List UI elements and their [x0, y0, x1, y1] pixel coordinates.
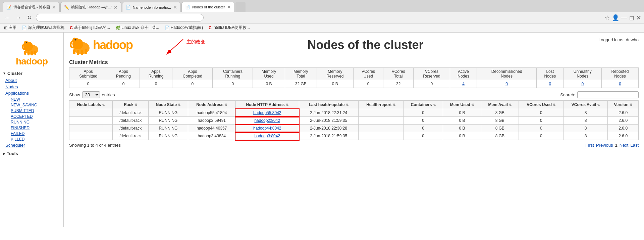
- pagination-first[interactable]: First: [586, 143, 594, 148]
- sidebar-item-accepted[interactable]: ACCEPTED: [3, 113, 63, 119]
- minimize-icon[interactable]: —: [621, 14, 627, 21]
- cell-http-address[interactable]: hadoop55:8042: [235, 109, 299, 117]
- forward-button[interactable]: →: [14, 14, 23, 21]
- nodes-link[interactable]: Nodes: [5, 84, 18, 89]
- app-submitted-link[interactable]: SUBMITTED: [11, 108, 34, 113]
- new-tab-button[interactable]: [235, 2, 246, 12]
- metric-value-vcores-reserved: 0: [414, 80, 450, 88]
- scheduler-link[interactable]: Scheduler: [5, 143, 25, 148]
- sort-icon[interactable]: ⇅: [224, 103, 227, 107]
- unhealthy-link[interactable]: 0: [581, 82, 584, 86]
- tab-blog[interactable]: 📝 博客后台管理 - 博客园 ✕: [3, 2, 60, 12]
- bookmark-apps[interactable]: ⊞ 应用: [3, 25, 18, 31]
- tab-edit[interactable]: ✏️ 编辑随笔 'Hadoop---析...' ✕: [60, 2, 121, 12]
- sidebar-item-submitted[interactable]: SUBMITTED: [3, 108, 63, 113]
- bookmark-hadoop[interactable]: 📄 Hadoop权威指南 (: [163, 25, 205, 31]
- pagination-previous[interactable]: Previous: [596, 143, 613, 148]
- metric-header-apps-submitted: AppsSubmitted: [69, 68, 107, 80]
- sidebar-cluster-header[interactable]: ▼ Cluster: [0, 69, 63, 77]
- sidebar-item-failed[interactable]: FAILED: [3, 131, 63, 136]
- sidebar-item-finished[interactable]: FINISHED: [3, 125, 63, 131]
- close-icon[interactable]: ✕: [636, 14, 641, 21]
- pagination-last[interactable]: Last: [630, 143, 639, 148]
- sidebar-item-new[interactable]: NEW: [3, 96, 63, 102]
- tab-close-icon[interactable]: ✕: [227, 4, 231, 10]
- cell-http-address[interactable]: hadoop44:8042: [235, 125, 299, 132]
- sort-icon[interactable]: ⇅: [286, 103, 288, 107]
- sort-icon[interactable]: ⇅: [597, 103, 600, 107]
- svg-rect-4: [28, 51, 30, 55]
- metric-value-decommissioned-nodes[interactable]: 0: [477, 80, 537, 88]
- http-address-link[interactable]: hadoop2:8042: [254, 118, 280, 123]
- tab-namenode[interactable]: 📄 Namenode informatio... ✕: [122, 2, 181, 12]
- tab-nodes[interactable]: 📄 Nodes of the cluster ✕: [181, 2, 235, 12]
- rebooted-link[interactable]: 0: [619, 82, 621, 86]
- metric-value-active-nodes[interactable]: 4: [450, 80, 477, 88]
- sort-icon[interactable]: ⇅: [553, 103, 555, 107]
- sort-icon[interactable]: ⇅: [433, 103, 436, 107]
- pagination-page1[interactable]: 1: [615, 143, 617, 148]
- page-wrap: hadoop ▼ Cluster About Nodes Application…: [0, 33, 644, 227]
- cluster-arrow-icon: ▼: [3, 71, 6, 75]
- search-input[interactable]: [577, 91, 639, 98]
- lost-link[interactable]: 0: [549, 82, 551, 86]
- sidebar-item-running[interactable]: RUNNING: [3, 119, 63, 125]
- pagination-next[interactable]: Next: [620, 143, 629, 148]
- http-address-link[interactable]: hadoop3:8042: [254, 134, 280, 138]
- entries-select[interactable]: 20 50 100: [82, 91, 100, 98]
- sidebar-item-killed[interactable]: KILLED: [3, 136, 63, 142]
- app-running-link[interactable]: RUNNING: [11, 120, 30, 125]
- bookmark-java[interactable]: 📄 深入理解Java虚拟机: [20, 25, 66, 31]
- app-failed-link[interactable]: FAILED: [11, 131, 24, 136]
- app-accepted-link[interactable]: ACCEPTED: [11, 114, 33, 119]
- metric-value-memory-used: 0 B: [253, 80, 285, 88]
- http-address-link[interactable]: hadoop55:8042: [253, 110, 281, 115]
- cell-mem-used: 0 B: [443, 109, 481, 117]
- bookmark-intellij2[interactable]: C IntelliJ IDEA使用教...: [207, 25, 251, 31]
- restore-icon[interactable]: ◻: [629, 14, 634, 21]
- tab-close-icon[interactable]: ✕: [52, 5, 56, 10]
- app-finished-link[interactable]: FINISHED: [11, 126, 30, 130]
- sort-icon[interactable]: ⇅: [102, 103, 105, 107]
- bookmark-intellij1[interactable]: C 基于Intellij IDEA的...: [68, 25, 111, 31]
- sidebar-item-applications[interactable]: Applications: [0, 90, 63, 96]
- bookmark-favicon: C: [209, 26, 212, 30]
- cell-http-address[interactable]: hadoop3:8042: [235, 132, 299, 140]
- app-new-saving-link[interactable]: NEW_SAVING: [11, 103, 37, 107]
- cell-containers: 0: [404, 117, 443, 125]
- sort-icon[interactable]: ⇅: [630, 103, 632, 107]
- bookmark-awk[interactable]: 🌿 Linux awk 命令 | 菜...: [114, 25, 160, 31]
- account-icon[interactable]: 👤: [612, 14, 619, 21]
- col-header-node-address: Node Address ⇅: [188, 101, 235, 109]
- metric-value-unhealthy-nodes[interactable]: 0: [564, 80, 601, 88]
- bookmark-label: Linux awk 命令 | 菜...: [121, 25, 159, 31]
- sort-icon[interactable]: ⇅: [135, 103, 137, 107]
- active-nodes-link[interactable]: 4: [462, 82, 465, 86]
- sort-icon[interactable]: ⇅: [178, 103, 180, 107]
- sidebar-item-scheduler[interactable]: Scheduler: [0, 142, 63, 148]
- sort-icon[interactable]: ⇅: [471, 103, 474, 107]
- cell-http-address[interactable]: hadoop2:8042: [235, 117, 299, 125]
- metric-value-lost-nodes[interactable]: 0: [536, 80, 564, 88]
- app-killed-link[interactable]: KILLED: [11, 137, 24, 142]
- app-new-link[interactable]: NEW: [11, 97, 20, 102]
- sort-icon[interactable]: ⇅: [509, 103, 512, 107]
- metric-value-rebooted-nodes[interactable]: 0: [601, 80, 638, 88]
- tab-close-icon[interactable]: ✕: [173, 5, 177, 10]
- applications-link[interactable]: Applications: [5, 91, 29, 96]
- sidebar-tools-header[interactable]: ▶ Tools: [0, 150, 63, 157]
- about-link[interactable]: About: [5, 78, 17, 83]
- bookmark-icon[interactable]: ☆: [604, 14, 610, 21]
- bookmark-favicon: 🌿: [115, 26, 120, 30]
- decommissioned-link[interactable]: 0: [505, 82, 508, 86]
- tab-close-icon[interactable]: ✕: [114, 5, 118, 10]
- sidebar-item-about[interactable]: About: [0, 77, 63, 84]
- address-input[interactable]: 192.168.11.14:8088/cluster/nodes: [36, 14, 204, 21]
- reload-button[interactable]: ↻: [25, 14, 33, 21]
- http-address-link[interactable]: hadoop44:8042: [253, 126, 281, 131]
- sort-icon[interactable]: ⇅: [393, 103, 395, 107]
- back-button[interactable]: ←: [3, 14, 11, 21]
- sidebar-item-nodes[interactable]: Nodes: [0, 84, 63, 90]
- sidebar-item-new-saving[interactable]: NEW_SAVING: [3, 102, 63, 108]
- sort-icon[interactable]: ⇅: [346, 103, 348, 107]
